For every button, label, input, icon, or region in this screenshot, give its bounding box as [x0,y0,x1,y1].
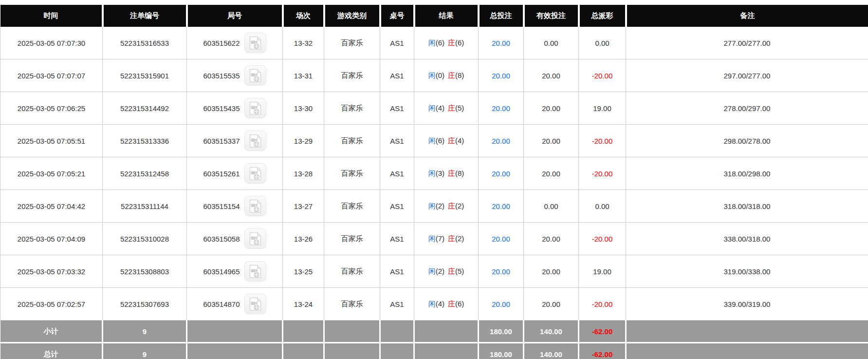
table-row: 2025-03-05 07:07:07 522315315901 6035155… [0,59,868,92]
cell-total-bet[interactable]: 20.00 [479,125,524,157]
result-banker-score: (8) [455,169,464,177]
video-file-icon [249,297,262,311]
cell-remark: 338.00/318.00 [626,223,868,255]
result-banker-label: 庄 [448,71,455,79]
cell-result: 闲(6)庄(6) [414,27,479,59]
total-empty-round [187,343,283,359]
video-file-icon [249,232,262,246]
cell-table-number: AS1 [380,223,414,255]
col-header-remark: 备注 [626,5,868,27]
video-replay-button[interactable] [244,33,266,53]
cell-table-number: AS1 [380,157,414,190]
result-banker-score: (5) [455,104,464,112]
cell-round-number: 603515435 [187,92,283,125]
cell-game-type: 百家乐 [324,27,380,59]
cell-table-number: AS1 [380,27,414,59]
cell-bet-number: 522315312458 [103,157,187,190]
total-valid-bet: 140.00 [524,343,579,359]
result-banker-score: (2) [455,202,464,210]
cell-result: 闲(4)庄(5) [414,92,479,125]
video-file-icon [249,167,262,181]
round-number: 603515058 [203,235,240,243]
cell-table-number: AS1 [380,190,414,223]
subtotal-count: 9 [103,321,187,343]
result-banker-label: 庄 [448,300,455,308]
cell-remark: 318.00/298.00 [626,157,868,190]
video-replay-button[interactable] [244,294,266,314]
video-file-icon [249,69,262,83]
result-banker-label: 庄 [448,234,455,243]
result-player-label: 闲 [428,169,436,177]
video-replay-button[interactable] [244,65,266,86]
cell-remark: 318.00/318.00 [626,190,868,223]
cell-total-bet[interactable]: 20.00 [479,157,524,190]
cell-time: 2025-03-05 07:05:51 [0,125,103,157]
cell-session: 13-30 [283,92,324,125]
cell-table-number: AS1 [380,59,414,92]
cell-remark: 319.00/338.00 [626,255,868,288]
result-banker-score: (6) [455,38,464,47]
table-row: 2025-03-05 07:07:30 522315316533 6035156… [0,27,868,59]
result-player-score: (2) [436,202,444,210]
cell-valid-bet: 20.00 [524,255,579,288]
video-replay-button[interactable] [244,196,266,216]
total-empty-game-type [324,343,380,359]
cell-result: 闲(2)庄(2) [414,190,479,223]
result-banker-label: 庄 [448,169,455,177]
cell-total-bet[interactable]: 20.00 [479,27,524,59]
col-header-table-number: 桌号 [380,5,414,27]
cell-bet-number: 522315307693 [103,288,187,321]
video-replay-button[interactable] [244,98,266,118]
cell-time: 2025-03-05 07:04:42 [0,190,103,223]
video-replay-button[interactable] [244,228,266,249]
result-player-label: 闲 [428,234,436,243]
cell-valid-bet: 20.00 [524,125,579,157]
cell-round-number: 603514870 [187,288,283,321]
cell-table-number: AS1 [380,255,414,288]
result-player-label: 闲 [428,136,436,145]
result-player-score: (7) [436,234,444,243]
cell-total-bet[interactable]: 20.00 [479,288,524,321]
cell-total-bet[interactable]: 20.00 [479,92,524,125]
col-header-round-number: 局号 [187,5,283,27]
cell-total-bet[interactable]: 20.00 [479,190,524,223]
cell-total-bet[interactable]: 20.00 [479,59,524,92]
result-player-score: (4) [436,300,444,308]
subtotal-empty-table-number [380,321,414,343]
round-number: 603514870 [203,300,240,308]
cell-remark: 277.00/277.00 [626,27,868,59]
cell-total-bet[interactable]: 20.00 [479,255,524,288]
cell-game-type: 百家乐 [324,288,380,321]
result-banker-score: (4) [455,136,464,145]
col-header-session: 场次 [283,5,324,27]
total-empty-result [414,343,479,359]
result-player-label: 闲 [428,104,436,112]
cell-session: 13-28 [283,157,324,190]
cell-round-number: 603514965 [187,255,283,288]
cell-payout: 0.00 [579,27,626,59]
cell-payout: 19.00 [579,255,626,288]
subtotal-empty-game-type [324,321,380,343]
cell-bet-number: 522315313336 [103,125,187,157]
cell-bet-number: 522315311144 [103,190,187,223]
cell-time: 2025-03-05 07:06:25 [0,92,103,125]
table-row: 2025-03-05 07:04:42 522315311144 6035151… [0,190,868,223]
table-row: 2025-03-05 07:05:21 522315312458 6035152… [0,157,868,190]
cell-valid-bet: 20.00 [524,92,579,125]
cell-session: 13-31 [283,59,324,92]
result-banker-score: (5) [455,267,464,275]
cell-bet-number: 522315308803 [103,255,187,288]
table-row: 2025-03-05 07:05:51 522315313336 6035153… [0,125,868,157]
table-row: 2025-03-05 07:02:57 522315307693 6035148… [0,288,868,321]
result-banker-score: (2) [455,234,464,243]
cell-game-type: 百家乐 [324,125,380,157]
video-replay-button[interactable] [244,131,266,151]
cell-payout: -20.00 [579,59,626,92]
video-replay-button[interactable] [244,163,266,184]
video-file-icon [249,134,262,148]
cell-total-bet[interactable]: 20.00 [479,223,524,255]
table-row: 2025-03-05 07:04:09 522315310028 6035150… [0,223,868,255]
result-banker-score: (6) [455,300,464,308]
cell-game-type: 百家乐 [324,190,380,223]
video-replay-button[interactable] [244,261,266,282]
